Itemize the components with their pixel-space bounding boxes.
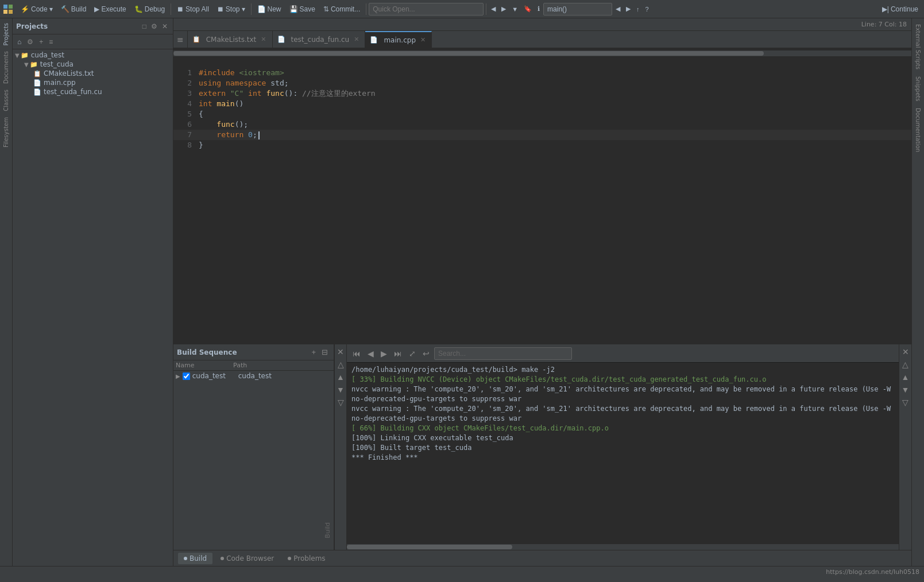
save-icon: 💾	[289, 5, 298, 13]
left-icon-documents[interactable]: Documents	[2, 49, 10, 86]
code-line-3: 3 extern "C" int func(): //注意这里的extern	[173, 88, 911, 99]
projects-settings-button[interactable]: ⚙	[149, 22, 159, 31]
out-side-up[interactable]: ▲	[900, 372, 911, 382]
out-side-up-fast[interactable]: △	[900, 359, 911, 370]
build-seq-header-btns: + ⊟	[309, 347, 330, 357]
nav-forward-button[interactable]: ▶	[624, 3, 633, 15]
code-menu-button[interactable]: ⚡ Code ▾	[17, 2, 56, 17]
build-seq-table-header: Name Path	[173, 360, 334, 371]
tab-main-cpp[interactable]: 📄 main.cpp ✕	[365, 31, 432, 48]
seq-close-button[interactable]: ✕	[335, 347, 346, 357]
build-seq-side-panel: ✕ △ ▲ ▼ ▽	[334, 344, 347, 550]
out-side-close[interactable]: ✕	[900, 347, 911, 357]
bottom-tab-problems[interactable]: Problems	[282, 553, 331, 564]
output-hscroll-track[interactable]	[347, 544, 899, 550]
build-seq-options-button[interactable]: ⊟	[319, 347, 330, 357]
left-icon-projects[interactable]: Projects	[2, 21, 10, 48]
out-side-down[interactable]: ▼	[900, 385, 911, 395]
projects-close-button[interactable]: ✕	[160, 22, 169, 31]
cmake-icon: 📋	[33, 70, 41, 77]
status-url: https://blog.csdn.net/luh0518	[826, 568, 919, 576]
tab-cmakelists-close[interactable]: ✕	[260, 35, 267, 44]
tree-item-test-cuda[interactable]: ▼ 📁 test_cuda	[13, 60, 173, 69]
method-navigator-input[interactable]	[543, 3, 612, 15]
seq-row-checkbox-0[interactable]	[183, 373, 190, 380]
tree-item-main-cpp[interactable]: 📄 main.cpp	[13, 78, 173, 87]
seq-scroll-up-button[interactable]: △	[335, 359, 346, 370]
nav-back-button[interactable]: ◀	[613, 3, 623, 15]
build-search-input[interactable]	[434, 347, 572, 360]
seq-up-button[interactable]: ▲	[335, 372, 346, 382]
continue-button[interactable]: ▶| Continue	[879, 2, 922, 17]
output-hscroll-thumb[interactable]	[347, 545, 512, 549]
right-icon-external-scripts[interactable]: External Scripts	[914, 21, 922, 73]
commit-button[interactable]: ⇅ Commit...	[320, 2, 364, 17]
seq-scroll-down-button[interactable]: ▽	[335, 397, 346, 408]
tree-item-cmakelists[interactable]: 📋 CMakeLists.txt	[13, 69, 173, 78]
projects-toolbar: ⌂ ⚙ + ≡	[13, 34, 173, 49]
execute-button[interactable]: ▶ Execute	[91, 2, 129, 17]
build-button[interactable]: 🔨 Build	[57, 2, 90, 17]
editor-hscroll-thumb[interactable]	[173, 51, 764, 56]
tab-main-cpp-close[interactable]: ✕	[419, 36, 427, 44]
tree-label-test-cuda-fun: test_cuda_fun.cu	[44, 88, 102, 96]
tree-item-test-cuda-fun[interactable]: 📄 test_cuda_fun.cu	[13, 87, 173, 96]
out-nav-first[interactable]: ⏮	[350, 348, 363, 359]
nav-search-button[interactable]: ?	[643, 3, 651, 15]
separator-4	[486, 3, 486, 15]
seq-down-button[interactable]: ▼	[335, 385, 346, 395]
nav-next-button[interactable]: ▶	[499, 3, 508, 15]
svg-rect-0	[3, 5, 7, 9]
build-seq-row-0[interactable]: ▶ cuda_test cuda_test	[173, 371, 334, 381]
bottom-tab-build[interactable]: Build	[178, 553, 212, 564]
out-line-4: [ 66%] Building CXX object CMakeFiles/te…	[351, 424, 894, 433]
editor-hscroll-track[interactable]	[173, 51, 911, 56]
right-icon-documentation[interactable]: Documentation	[914, 104, 922, 156]
out-nav-wrap[interactable]: ↩	[420, 348, 432, 359]
bottom-tab-code-browser[interactable]: Code Browser	[215, 553, 280, 564]
nav-down-button[interactable]: ▼	[509, 3, 520, 15]
proj-tool-settings[interactable]: ⚙	[25, 37, 36, 46]
out-nav-next[interactable]: ▶	[378, 348, 389, 359]
projects-panel: Projects □ ⚙ ✕ ⌂ ⚙ + ≡ ▼ 📁 cuda_test ▼	[13, 18, 173, 566]
proj-tool-more[interactable]: ≡	[47, 37, 55, 46]
build-seq-add-button[interactable]: +	[309, 347, 318, 357]
proj-tool-home[interactable]: ⌂	[15, 37, 24, 46]
tree-item-root[interactable]: ▼ 📁 cuda_test	[13, 51, 173, 60]
nav-bookmark-button[interactable]: 🔖	[521, 3, 534, 15]
tree-label-cmakelists: CMakeLists.txt	[44, 69, 94, 77]
proj-tool-add[interactable]: +	[37, 37, 45, 46]
continue-icon: ▶|	[882, 5, 889, 13]
folder-icon-test-cuda: 📁	[30, 61, 38, 68]
debug-icon: 🐛	[134, 5, 143, 13]
build-output-content: /home/luhaiyan/projects/cuda_test/build>…	[347, 363, 899, 544]
tree-label-test-cuda: test_cuda	[40, 60, 74, 68]
left-icon-classes[interactable]: Classes	[2, 87, 10, 114]
left-icon-filesystem[interactable]: Filesystem	[2, 115, 10, 150]
out-nav-prev[interactable]: ◀	[365, 348, 376, 359]
seq-row-name-0: cuda_test	[192, 372, 238, 380]
new-button[interactable]: 📄 New	[254, 2, 285, 17]
projects-title: Projects	[16, 22, 48, 30]
code-editor[interactable]: 1 #include <iostream> 2 using namespace …	[173, 48, 911, 343]
tab-test-cuda-fun-close[interactable]: ✕	[353, 35, 360, 44]
quick-open-input[interactable]	[369, 3, 484, 15]
separator-2	[251, 3, 252, 15]
right-icon-snippets[interactable]: Snippets	[914, 73, 922, 104]
stop-all-button[interactable]: ⏹ Stop All	[173, 2, 212, 17]
save-button[interactable]: 💾 Save	[286, 2, 319, 17]
out-line-6: [100%] Built target test_cuda	[351, 443, 894, 453]
stop-button[interactable]: ⏹ Stop ▾	[214, 2, 249, 17]
nav-jump-button[interactable]: ↑	[634, 3, 642, 15]
projects-expand-button[interactable]: □	[141, 22, 148, 31]
nav-info-button[interactable]: ℹ	[535, 3, 542, 15]
build-seq-col-name: Name	[176, 362, 233, 369]
tab-cmakelists[interactable]: 📋 CMakeLists.txt ✕	[188, 31, 273, 48]
projects-header-icons: □ ⚙ ✕	[141, 22, 169, 31]
out-nav-last[interactable]: ⏭	[392, 348, 404, 359]
out-side-down-fast[interactable]: ▽	[900, 397, 911, 408]
nav-prev-button[interactable]: ◀	[489, 3, 498, 15]
tab-test-cuda-fun[interactable]: 📄 test_cuda_fun.cu ✕	[273, 31, 366, 48]
debug-button[interactable]: 🐛 Debug	[131, 2, 168, 17]
out-nav-expand[interactable]: ⤢	[407, 348, 418, 359]
